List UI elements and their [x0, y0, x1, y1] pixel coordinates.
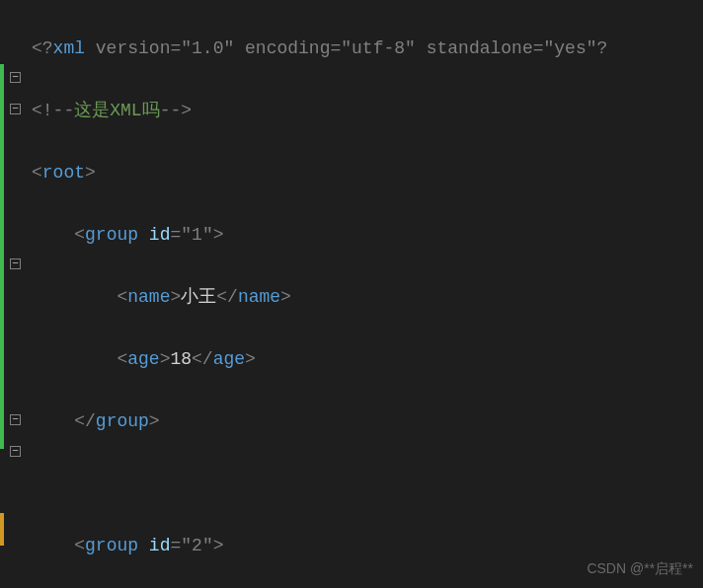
code-line[interactable]: <root> [28, 158, 703, 189]
fold-toggle-icon[interactable]: − [10, 104, 21, 114]
change-indicator-yellow [0, 513, 4, 546]
code-line[interactable]: <?xml version="1.0" encoding="utf-8" sta… [28, 34, 703, 65]
code-editor[interactable]: − − − − − <?xml version="1.0" encoding="… [0, 0, 703, 588]
code-line[interactable]: <!--这是XML吗--> [28, 96, 703, 127]
fold-toggle-icon[interactable]: − [10, 258, 21, 269]
code-line[interactable]: <group id="1"> [28, 220, 703, 252]
code-line[interactable]: <age>18</age> [28, 344, 703, 376]
fold-toggle-icon[interactable]: − [10, 72, 21, 83]
code-line[interactable] [28, 469, 703, 500]
code-line[interactable]: </group> [28, 406, 703, 438]
code-area[interactable]: <?xml version="1.0" encoding="utf-8" sta… [28, 0, 703, 588]
fold-toggle-icon[interactable]: − [10, 446, 21, 457]
watermark-text: CSDN @**启程** [586, 556, 693, 581]
change-indicator-green [0, 64, 4, 449]
fold-toggle-icon[interactable]: − [10, 414, 21, 425]
gutter: − − − − − [0, 0, 28, 588]
code-line[interactable]: <name>小王</name> [28, 282, 703, 314]
